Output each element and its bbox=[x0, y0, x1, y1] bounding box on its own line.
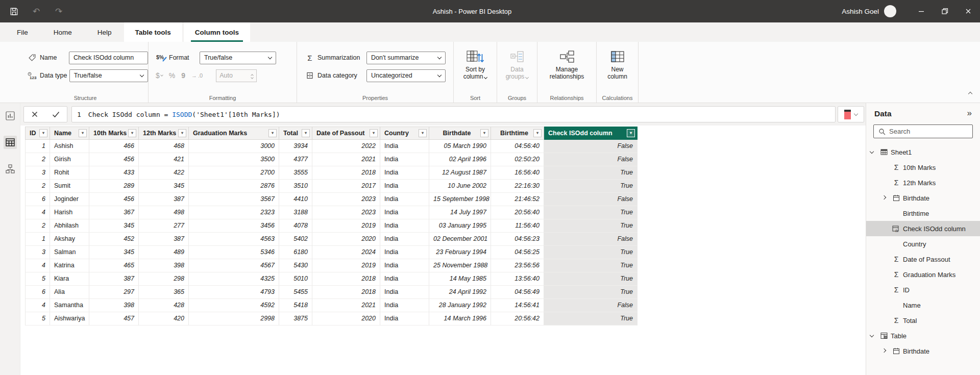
table-cell[interactable]: 2 bbox=[25, 153, 50, 166]
table-cell[interactable]: India bbox=[380, 140, 429, 153]
table-cell[interactable]: 2020 bbox=[312, 233, 380, 246]
table-cell[interactable]: 298 bbox=[139, 272, 189, 286]
table-cell[interactable]: 04:56:23 bbox=[491, 233, 544, 246]
table-cell[interactable]: India bbox=[380, 193, 429, 206]
data-type-select[interactable]: True/false bbox=[69, 69, 148, 82]
collapse-ribbon-icon[interactable] bbox=[969, 88, 972, 97]
table-cell[interactable]: True bbox=[544, 219, 638, 233]
table-cell[interactable]: 3567 bbox=[189, 193, 279, 206]
table-cell[interactable]: 5346 bbox=[189, 246, 279, 259]
table-cell[interactable]: 5010 bbox=[279, 272, 312, 286]
field-item-graduation-marks[interactable]: ΣGraduation Marks bbox=[866, 267, 980, 282]
table-cell[interactable]: Kiara bbox=[50, 272, 89, 286]
table-cell[interactable]: False bbox=[544, 153, 638, 166]
column-header-10th-marks[interactable]: 10th Marks▾ bbox=[89, 127, 139, 140]
thousands-separator-icon[interactable]: 9 bbox=[181, 71, 185, 80]
format-select[interactable]: True/false bbox=[200, 52, 276, 64]
table-cell[interactable]: 297 bbox=[89, 286, 139, 299]
table-cell[interactable]: 398 bbox=[139, 259, 189, 272]
column-header-total[interactable]: Total▾ bbox=[279, 127, 312, 140]
table-cell[interactable]: 468 bbox=[139, 140, 189, 153]
table-cell[interactable]: 14 March 1996 bbox=[429, 312, 491, 326]
table-cell[interactable]: 2024 bbox=[312, 246, 380, 259]
field-search-box[interactable] bbox=[873, 124, 973, 138]
table-cell[interactable]: 05 March 1990 bbox=[429, 140, 491, 153]
table-cell[interactable]: 3510 bbox=[279, 180, 312, 193]
table-cell[interactable]: 3500 bbox=[189, 153, 279, 166]
table-cell[interactable]: 14:56:41 bbox=[491, 299, 544, 312]
table-cell[interactable]: 456 bbox=[89, 193, 139, 206]
table-cell[interactable]: Abhilash bbox=[50, 219, 89, 233]
table-cell[interactable]: 2 bbox=[25, 219, 50, 233]
table-cell[interactable]: 421 bbox=[139, 153, 189, 166]
search-input[interactable] bbox=[889, 128, 972, 135]
save-icon[interactable] bbox=[7, 5, 20, 18]
column-filter-icon[interactable]: ▾ bbox=[302, 129, 310, 137]
table-cell[interactable]: 14 July 1997 bbox=[429, 206, 491, 219]
manage-relationships-button[interactable]: Manage relationships bbox=[537, 49, 596, 80]
column-name-input[interactable] bbox=[69, 52, 148, 64]
table-cell[interactable]: 5402 bbox=[279, 233, 312, 246]
table-cell[interactable]: 2017 bbox=[312, 180, 380, 193]
table-cell[interactable]: India bbox=[380, 246, 429, 259]
table-cell[interactable]: 6 bbox=[25, 193, 50, 206]
table-cell[interactable]: Ashish bbox=[50, 140, 89, 153]
formula-input[interactable]: 1Check ISOdd column = ISODD('Sheet1'[10t… bbox=[71, 106, 836, 122]
table-cell[interactable]: 387 bbox=[139, 233, 189, 246]
table-cell[interactable]: 04:56:49 bbox=[491, 286, 544, 299]
table-cell[interactable]: 1 bbox=[25, 140, 50, 153]
user-avatar[interactable] bbox=[884, 5, 896, 17]
table-cell[interactable]: 3188 bbox=[279, 206, 312, 219]
table-cell[interactable]: 5418 bbox=[279, 299, 312, 312]
table-cell[interactable]: 433 bbox=[89, 166, 139, 180]
data-view-icon[interactable] bbox=[4, 136, 17, 149]
table-cell[interactable]: 387 bbox=[139, 193, 189, 206]
table-cell[interactable]: 2023 bbox=[312, 193, 380, 206]
column-header-check-isodd-column[interactable]: Check ISOdd column▾ bbox=[544, 127, 638, 140]
chevron-right-icon[interactable] bbox=[882, 195, 886, 199]
table-cell[interactable]: India bbox=[380, 312, 429, 326]
table-cell[interactable]: 2018 bbox=[312, 286, 380, 299]
table-cell[interactable]: 4377 bbox=[279, 153, 312, 166]
table-cell[interactable]: 2018 bbox=[312, 166, 380, 180]
column-header-country[interactable]: Country▾ bbox=[380, 127, 429, 140]
field-item-country[interactable]: Country bbox=[866, 236, 980, 252]
column-header-birthdate[interactable]: Birthdate▾ bbox=[429, 127, 491, 140]
table-cell[interactable]: True bbox=[544, 180, 638, 193]
table-cell[interactable]: 24 April 1992 bbox=[429, 286, 491, 299]
table-cell[interactable]: 2 bbox=[25, 180, 50, 193]
table-cell[interactable]: False bbox=[544, 193, 638, 206]
user-name[interactable]: Ashish Goel bbox=[842, 8, 879, 15]
table-cell[interactable]: 11:56:40 bbox=[491, 219, 544, 233]
column-header-name[interactable]: Name▾ bbox=[50, 127, 89, 140]
table-cell[interactable]: 489 bbox=[139, 246, 189, 259]
table-cell[interactable]: 6180 bbox=[279, 246, 312, 259]
field-item-birthdate[interactable]: Birthdate bbox=[866, 190, 980, 206]
table-cell[interactable]: 25 November 1988 bbox=[429, 259, 491, 272]
table-cell[interactable]: True bbox=[544, 259, 638, 272]
column-header-graduation-marks[interactable]: Graduation Marks▾ bbox=[189, 127, 279, 140]
table-cell[interactable]: True bbox=[544, 272, 638, 286]
table-cell[interactable]: India bbox=[380, 272, 429, 286]
table-cell[interactable]: 20:56:42 bbox=[491, 312, 544, 326]
table-cell[interactable]: Katrina bbox=[50, 259, 89, 272]
table-cell[interactable]: Rohit bbox=[50, 166, 89, 180]
column-filter-icon[interactable]: ▾ bbox=[480, 129, 488, 137]
field-item-name[interactable]: Name bbox=[866, 297, 980, 313]
table-cell[interactable]: 3 bbox=[25, 166, 50, 180]
table-cell[interactable]: Harish bbox=[50, 206, 89, 219]
table-cell[interactable]: True bbox=[544, 246, 638, 259]
table-cell[interactable]: 420 bbox=[139, 312, 189, 326]
data-groups-button[interactable]: Data groups bbox=[497, 49, 537, 80]
table-cell[interactable]: 4 bbox=[25, 259, 50, 272]
table-cell[interactable]: 387 bbox=[89, 272, 139, 286]
table-cell[interactable]: 2020 bbox=[312, 312, 380, 326]
field-item-10th-marks[interactable]: Σ10th Marks bbox=[866, 160, 980, 175]
table-cell[interactable]: 422 bbox=[139, 166, 189, 180]
table-cell[interactable]: 16:56:40 bbox=[491, 166, 544, 180]
field-item-total[interactable]: ΣTotal bbox=[866, 313, 980, 328]
table-cell[interactable]: 3875 bbox=[279, 312, 312, 326]
table-cell[interactable]: India bbox=[380, 166, 429, 180]
column-filter-icon[interactable]: ▾ bbox=[370, 129, 378, 137]
table-cell[interactable]: True bbox=[544, 312, 638, 326]
